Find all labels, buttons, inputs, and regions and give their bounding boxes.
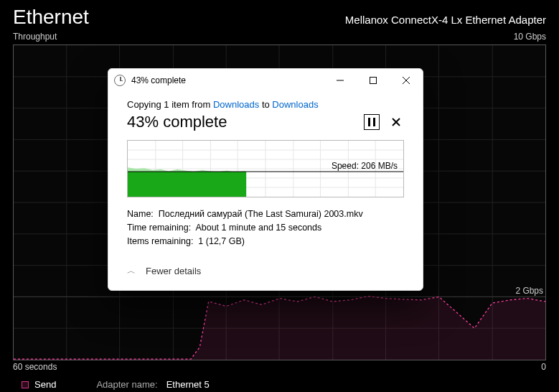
time-label: Time remaining: (127, 223, 191, 233)
adapter-name-label: Adapter name: (96, 379, 157, 390)
window-title: 43% complete (131, 75, 324, 85)
svg-rect-23 (368, 118, 370, 126)
adapter-name-value: Ethernet 5 (166, 379, 210, 390)
adapter-subtitle: Mellanox ConnectX-4 Lx Ethernet Adapter (345, 14, 546, 26)
titlebar[interactable]: 43% complete (108, 69, 423, 92)
y-axis-label-left: Throughput (13, 32, 57, 42)
legend-send: Send (34, 379, 56, 390)
svg-rect-24 (373, 118, 375, 126)
name-label: Name: (127, 209, 154, 219)
x-axis-left: 60 seconds (13, 362, 57, 372)
y-axis-label-right: 10 Gbps (514, 32, 546, 42)
cancel-button[interactable] (388, 114, 404, 130)
source-link[interactable]: Downloads (213, 99, 259, 110)
minimize-button[interactable] (324, 69, 357, 92)
close-button[interactable] (390, 69, 423, 92)
chevron-up-icon: ︿ (127, 265, 136, 277)
svg-line-21 (403, 77, 410, 84)
time-value: About 1 minute and 15 seconds (195, 223, 321, 233)
gridline-label-2gbps: 2 Gbps (515, 286, 543, 296)
pause-icon (368, 118, 375, 126)
percent-complete: 43% complete (127, 113, 355, 131)
clock-icon (114, 75, 126, 86)
fewer-details-toggle[interactable]: ︿ Fewer details (127, 265, 404, 277)
dest-link[interactable]: Downloads (272, 99, 318, 110)
copying-line: Copying 1 item from Downloads to Downloa… (127, 99, 404, 110)
svg-line-22 (403, 77, 410, 84)
copy-speed-chart: Speed: 206 MB/s (127, 140, 404, 197)
maximize-button[interactable] (357, 69, 390, 92)
x-axis-right: 0 (541, 362, 546, 372)
page-title: Ethernet (13, 6, 89, 29)
copy-dialog: 43% complete Copying 1 item from Downloa… (108, 68, 423, 291)
close-icon (392, 118, 400, 126)
pause-button[interactable] (364, 114, 380, 130)
items-label: Items remaining: (127, 236, 193, 246)
items-value: 1 (12,7 GB) (198, 236, 245, 246)
legend-swatch-send (22, 381, 29, 388)
name-value: Последний самурай (The Last Samurai) 200… (159, 209, 363, 219)
svg-rect-20 (370, 78, 377, 84)
speed-label: Speed: 206 MB/s (332, 161, 398, 171)
